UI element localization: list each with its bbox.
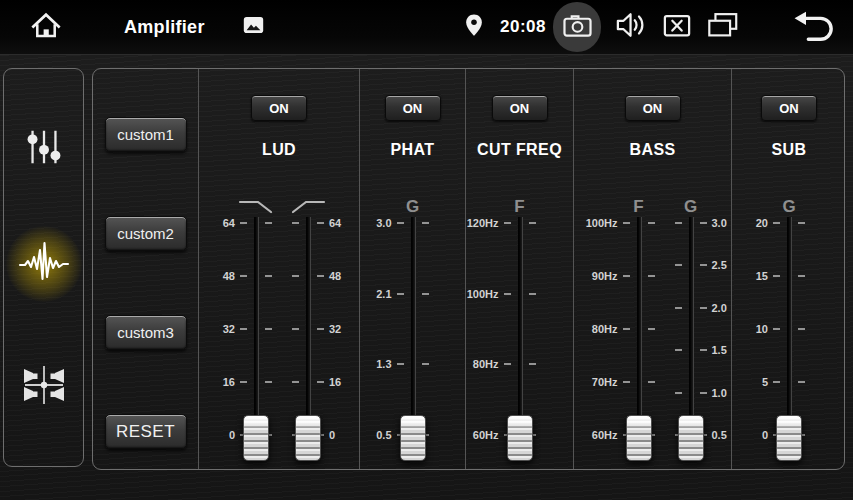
tick-label: 16	[212, 377, 235, 388]
close-app-button[interactable]	[662, 0, 692, 54]
tick-dash	[292, 381, 299, 383]
page-title: Amplifier	[124, 0, 205, 54]
tick-dash	[648, 222, 655, 224]
tick-dash	[317, 381, 324, 383]
tick-label: 60Hz	[458, 430, 499, 441]
lud-slider-2-track[interactable]	[306, 217, 311, 443]
tick-label: 2.1	[369, 288, 392, 299]
volume-button[interactable]	[615, 0, 647, 54]
tick-dash	[504, 293, 511, 295]
tick-dash	[675, 222, 682, 224]
bass-slider-1-track[interactable]	[637, 217, 642, 443]
tick-dash	[422, 222, 429, 224]
tick-dash	[700, 222, 707, 224]
sub-slider-1-track[interactable]	[787, 217, 792, 443]
back-icon	[791, 6, 839, 48]
bass-slider-2-track[interactable]	[689, 217, 694, 443]
tick-dash	[648, 328, 655, 330]
tick-label: 0.5	[712, 430, 727, 441]
status-bar: Amplifier 20:08	[0, 0, 853, 55]
tick-dash	[623, 328, 630, 330]
camera-icon	[562, 12, 593, 43]
tick-dash	[422, 293, 429, 295]
tick-dash	[648, 381, 655, 383]
bass-slider-2-label: G	[684, 198, 697, 215]
cut-freq-on-button[interactable]: ON	[492, 95, 548, 121]
tick-dash	[700, 307, 707, 309]
tick-label: 20	[745, 218, 768, 229]
tick-dash	[265, 328, 272, 330]
bass-sliders: F100Hz90Hz80Hz70Hz60HzG3.02.52.01.51.00.…	[574, 181, 731, 435]
phat-slider-1-knob[interactable]	[400, 415, 426, 461]
tick-dash	[675, 264, 682, 266]
sidebar-item-sound-effect[interactable]	[16, 236, 72, 292]
tick-dash	[422, 363, 429, 365]
tick-label: 0	[745, 430, 768, 441]
tick-label: 2.0	[712, 302, 727, 313]
location-button[interactable]	[464, 0, 484, 54]
channel-phat: ONPHATG3.02.11.30.5	[359, 69, 465, 469]
sidebar-item-fader-balance[interactable]	[16, 359, 72, 415]
tick-dash	[292, 275, 299, 277]
recent-apps-button[interactable]	[706, 0, 740, 54]
tick-dash	[798, 222, 805, 224]
tick-label: 80Hz	[458, 359, 499, 370]
tick-label: 1.5	[712, 345, 727, 356]
gallery-button[interactable]	[243, 0, 264, 54]
tick-dash	[529, 363, 536, 365]
tick-dash	[798, 275, 805, 277]
tick-label: 1.0	[712, 387, 727, 398]
bass-slider-1-knob[interactable]	[626, 415, 652, 461]
lud-slider-2-knob[interactable]	[295, 415, 321, 461]
close-app-icon	[662, 11, 692, 43]
channel-sub: ONSUBG20151050	[731, 69, 846, 469]
tick-dash	[623, 222, 630, 224]
tick-dash	[397, 363, 404, 365]
tick-dash	[773, 328, 780, 330]
lud-sliders: 644832160644832160	[199, 181, 359, 435]
phat-on-button[interactable]: ON	[385, 95, 441, 121]
cut-freq-slider-1-track[interactable]	[518, 217, 523, 443]
lud-title: LUD	[199, 141, 359, 159]
custom2-button[interactable]: custom2	[105, 216, 187, 251]
bass-slider-2-knob[interactable]	[678, 415, 704, 461]
tick-label: 15	[745, 271, 768, 282]
sidebar-item-equalizer[interactable]	[16, 121, 72, 177]
cut-freq-slider-1: F120Hz100Hz80Hz60Hz	[458, 181, 546, 435]
bass-on-button[interactable]: ON	[625, 95, 681, 121]
cut-freq-sliders: F120Hz100Hz80Hz60Hz	[466, 181, 573, 435]
tick-dash	[397, 222, 404, 224]
tick-label: 64	[329, 218, 341, 229]
sub-on-button[interactable]: ON	[761, 95, 817, 121]
sub-slider-1-knob[interactable]	[776, 415, 802, 461]
tick-label: 60Hz	[577, 430, 618, 441]
sidebar	[3, 68, 84, 467]
lud-slider-1-track[interactable]	[254, 217, 259, 443]
tick-label: 5	[745, 377, 768, 388]
phat-sliders: G3.02.11.30.5	[360, 181, 465, 435]
tick-dash	[240, 328, 247, 330]
cut-freq-slider-1-knob[interactable]	[507, 415, 533, 461]
channel-bass: ONBASSF100Hz90Hz80Hz70Hz60HzG3.02.52.01.…	[573, 69, 731, 469]
home-icon	[27, 7, 65, 47]
camera-button[interactable]	[553, 2, 601, 52]
tick-dash	[504, 363, 511, 365]
lud-slider-1-knob[interactable]	[243, 415, 269, 461]
custom1-button[interactable]: custom1	[105, 117, 187, 152]
tick-dash	[773, 381, 780, 383]
tick-label: 1.3	[369, 359, 392, 370]
lud-slider-1: 644832160	[212, 181, 282, 435]
tick-dash	[317, 328, 324, 330]
home-button[interactable]	[27, 0, 65, 54]
reset-button[interactable]: RESET	[105, 414, 187, 449]
tick-dash	[773, 275, 780, 277]
tick-dash	[529, 293, 536, 295]
lud-on-button[interactable]: ON	[251, 95, 307, 121]
phat-slider-1-track[interactable]	[411, 217, 416, 443]
custom3-button[interactable]: custom3	[105, 315, 187, 350]
tick-label: 16	[329, 377, 341, 388]
highpass-curve-icon	[289, 197, 327, 215]
tick-dash	[529, 222, 536, 224]
tick-dash	[397, 293, 404, 295]
back-button[interactable]	[791, 0, 839, 54]
